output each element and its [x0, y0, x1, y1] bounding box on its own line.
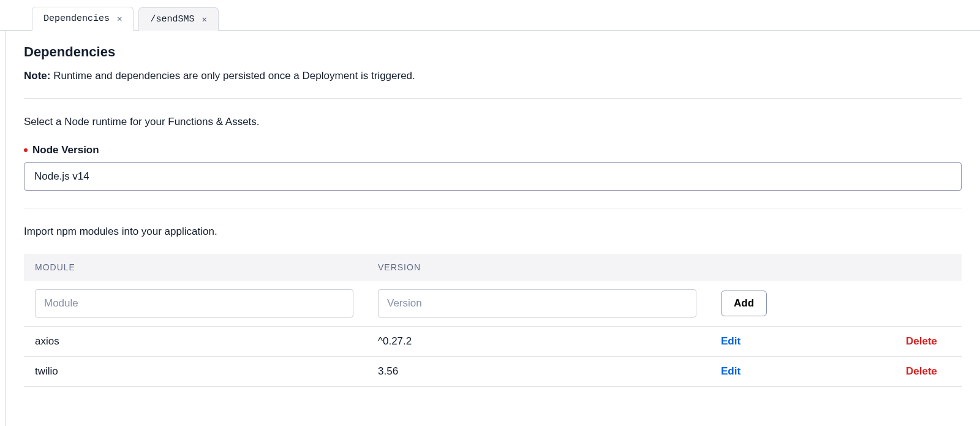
- content-panel: Dependencies Note: Runtime and dependenc…: [5, 31, 980, 426]
- node-version-label: Node Version: [24, 144, 962, 156]
- col-header-module: MODULE: [24, 254, 367, 281]
- field-label-text: Node Version: [32, 144, 99, 156]
- tab-sendsms[interactable]: /sendSMS ✕: [138, 7, 218, 31]
- dependencies-table: MODULE VERSION Add axios ^0.27.2 Edit De…: [24, 254, 962, 387]
- divider: [24, 208, 962, 208]
- tab-bar: Dependencies ✕ /sendSMS ✕: [0, 0, 980, 31]
- modules-lead: Import npm modules into your application…: [24, 226, 962, 238]
- divider: [24, 98, 962, 99]
- note-text: Runtime and dependencies are only persis…: [50, 70, 415, 82]
- module-name: axios: [24, 327, 367, 357]
- page-title: Dependencies: [24, 44, 962, 60]
- module-input[interactable]: [35, 289, 353, 318]
- node-version-select[interactable]: Node.js v14: [24, 162, 962, 191]
- required-indicator-icon: [24, 148, 28, 152]
- close-icon[interactable]: ✕: [117, 13, 122, 24]
- node-version-value: Node.js v14: [34, 170, 89, 182]
- delete-button[interactable]: Delete: [906, 335, 937, 347]
- module-version: 3.56: [367, 357, 710, 387]
- module-version: ^0.27.2: [367, 327, 710, 357]
- edit-button[interactable]: Edit: [721, 335, 741, 347]
- tab-dependencies[interactable]: Dependencies ✕: [32, 7, 134, 31]
- table-row: axios ^0.27.2 Edit Delete: [24, 327, 962, 357]
- version-input[interactable]: [378, 289, 696, 318]
- delete-button[interactable]: Delete: [906, 365, 937, 377]
- edit-button[interactable]: Edit: [721, 365, 741, 377]
- runtime-lead: Select a Node runtime for your Functions…: [24, 116, 962, 128]
- tab-label: Dependencies: [43, 13, 110, 24]
- module-name: twilio: [24, 357, 367, 387]
- add-button[interactable]: Add: [721, 291, 767, 316]
- col-header-version: VERSION: [367, 254, 710, 281]
- tab-label: /sendSMS: [150, 14, 194, 25]
- note-label: Note:: [24, 70, 50, 82]
- persist-note: Note: Runtime and dependencies are only …: [24, 70, 962, 82]
- table-row: twilio 3.56 Edit Delete: [24, 357, 962, 387]
- close-icon[interactable]: ✕: [202, 14, 206, 25]
- add-row: Add: [24, 281, 962, 327]
